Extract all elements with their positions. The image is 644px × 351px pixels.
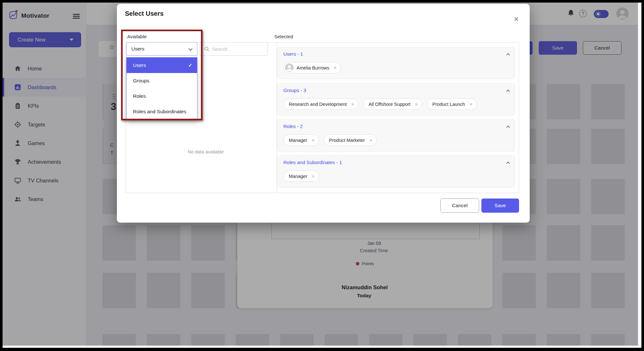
horizontal-scrollbar[interactable] bbox=[3, 346, 641, 348]
chips-row: Research and Development×All Offshore Su… bbox=[283, 98, 477, 110]
group-header[interactable]: Roles and Subordinates - 1 bbox=[283, 160, 342, 165]
chips-row: Manager×Product Marketer× bbox=[283, 134, 377, 146]
chip-label: All Offshore Support bbox=[369, 102, 411, 107]
group-header[interactable]: Roles - 2 bbox=[283, 124, 303, 129]
selected-chip-product-launch: Product Launch× bbox=[427, 98, 477, 110]
chips-row: Manager× bbox=[283, 171, 319, 182]
avatar bbox=[285, 63, 294, 72]
remove-chip-icon[interactable]: × bbox=[415, 101, 418, 107]
vertical-scrollbar[interactable] bbox=[638, 3, 641, 346]
search-icon bbox=[204, 46, 210, 52]
selected-chip-product-marketer: Product Marketer× bbox=[324, 134, 377, 146]
close-icon[interactable]: × bbox=[514, 15, 519, 23]
group-header[interactable]: Users - 1 bbox=[283, 51, 303, 57]
group-header[interactable]: Groups - 3 bbox=[283, 88, 306, 93]
selected-chip-all-offshore-support: All Offshore Support× bbox=[363, 98, 422, 110]
chevron-up-icon[interactable] bbox=[506, 89, 510, 93]
modal-title: Select Users bbox=[125, 10, 164, 17]
screenshot-border bbox=[0, 0, 644, 3]
screenshot-frame: ☆ St Save Cancel 3 C T Jan 03 Created Ti… bbox=[0, 0, 644, 351]
selected-group-roles-2: Roles - 2Manager×Product Marketer× bbox=[277, 119, 515, 152]
selected-chip-manager: Manager× bbox=[283, 134, 319, 146]
chevron-up-icon[interactable] bbox=[506, 53, 510, 57]
available-search-box bbox=[200, 42, 268, 56]
chip-label: Amelia Burrows bbox=[297, 65, 329, 70]
remove-chip-icon[interactable]: × bbox=[334, 65, 337, 70]
remove-chip-icon[interactable]: × bbox=[312, 137, 315, 143]
selected-group-users-1: Users - 1Amelia Burrows× bbox=[277, 47, 515, 79]
chip-label: Research and Development bbox=[289, 102, 347, 107]
selected-group-roles-and-subordinates-1: Roles and Subordinates - 1Manager× bbox=[277, 155, 515, 188]
chevron-up-icon[interactable] bbox=[506, 162, 510, 165]
annotation-highlight-box bbox=[121, 30, 203, 120]
chip-label: Manager bbox=[289, 138, 307, 143]
modal-save-button[interactable]: Save bbox=[481, 199, 519, 213]
remove-chip-icon[interactable]: × bbox=[351, 101, 354, 107]
chevron-up-icon[interactable] bbox=[506, 125, 510, 129]
chip-label: Manager bbox=[289, 174, 307, 179]
remove-chip-icon[interactable]: × bbox=[369, 137, 372, 143]
chips-row: Amelia Burrows× bbox=[283, 62, 341, 73]
remove-chip-icon[interactable]: × bbox=[469, 101, 472, 107]
screenshot-border bbox=[641, 0, 644, 351]
available-empty-text: No data available bbox=[135, 149, 277, 154]
search-input[interactable] bbox=[212, 43, 266, 55]
modal-cancel-button[interactable]: Cancel bbox=[440, 199, 479, 213]
selected-label: Selected bbox=[274, 34, 293, 39]
screenshot-border bbox=[0, 348, 644, 351]
selected-chip-amelia-burrows: Amelia Burrows× bbox=[283, 62, 341, 73]
remove-chip-icon[interactable]: × bbox=[312, 173, 315, 179]
chip-label: Product Marketer bbox=[329, 138, 365, 143]
screenshot-border bbox=[0, 0, 3, 351]
selected-chip-research-and-development: Research and Development× bbox=[283, 98, 359, 110]
selected-chip-manager: Manager× bbox=[283, 171, 319, 182]
panel-divider bbox=[277, 42, 277, 193]
selected-group-groups-3: Groups - 3Research and Development×All O… bbox=[277, 83, 515, 115]
chip-label: Product Launch bbox=[432, 102, 465, 107]
